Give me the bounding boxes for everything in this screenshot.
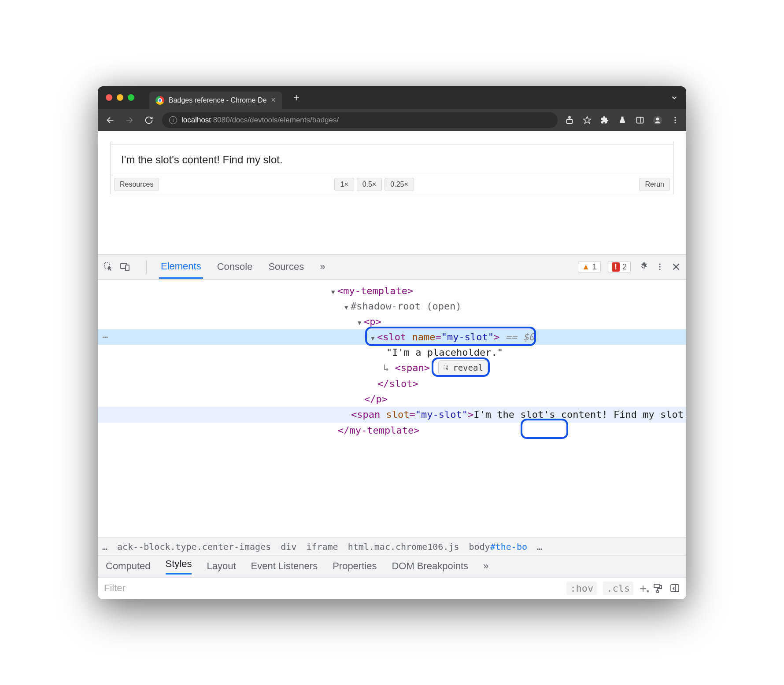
cls-toggle[interactable]: .cls bbox=[603, 582, 633, 595]
browser-tab[interactable]: Badges reference - Chrome De × bbox=[149, 92, 282, 109]
tab-layout[interactable]: Layout bbox=[207, 560, 236, 572]
window-controls bbox=[106, 94, 134, 101]
dom-my-template-open[interactable]: <my-template> bbox=[337, 285, 413, 296]
reload-button[interactable] bbox=[143, 114, 155, 126]
tab-console[interactable]: Console bbox=[215, 256, 255, 278]
styles-tabs-overflow[interactable]: » bbox=[483, 560, 488, 572]
menu-icon[interactable] bbox=[670, 115, 680, 125]
dom-p-close[interactable]: </p> bbox=[364, 394, 388, 405]
share-icon[interactable] bbox=[565, 115, 574, 125]
tab-elements[interactable]: Elements bbox=[159, 255, 203, 279]
url-path: /docs/devtools/elements/badges/ bbox=[230, 116, 339, 124]
svg-point-15 bbox=[659, 266, 660, 267]
bc-item-4[interactable]: html.mac.chrome106.js bbox=[348, 541, 459, 552]
profile-icon[interactable] bbox=[653, 115, 662, 125]
svg-rect-13 bbox=[126, 265, 129, 271]
more-options-icon[interactable] bbox=[655, 262, 664, 271]
panel-icon[interactable] bbox=[635, 115, 645, 125]
labs-icon[interactable] bbox=[618, 115, 627, 125]
maximize-window-button[interactable] bbox=[128, 94, 134, 101]
bc-item-5: body#the-bo bbox=[469, 541, 527, 552]
forward-button[interactable] bbox=[123, 114, 136, 126]
extensions-icon[interactable] bbox=[600, 115, 610, 125]
dom-slot-close[interactable]: </slot> bbox=[377, 378, 418, 389]
svg-point-8 bbox=[674, 117, 676, 118]
page-viewport: I'm the slot's content! Find my slot. Re… bbox=[98, 131, 686, 254]
dom-shadow-root[interactable]: #shadow-root (open) bbox=[351, 301, 462, 312]
toolbar-icons bbox=[565, 115, 680, 125]
tab-sources[interactable]: Sources bbox=[266, 256, 306, 278]
url-port: :8080 bbox=[211, 116, 230, 124]
new-style-rule-button[interactable]: +▪ bbox=[640, 582, 647, 595]
bookmark-icon[interactable] bbox=[582, 115, 592, 125]
highlight-ring-slot-badge bbox=[521, 419, 568, 439]
svg-rect-22 bbox=[657, 591, 658, 593]
svg-marker-3 bbox=[584, 116, 591, 123]
bc-left-overflow[interactable]: … bbox=[102, 541, 107, 552]
inspect-element-icon[interactable] bbox=[103, 261, 114, 272]
separator bbox=[146, 260, 147, 273]
highlight-ring-slot-open bbox=[365, 327, 536, 346]
back-button[interactable] bbox=[104, 114, 116, 126]
url-input[interactable]: i localhost:8080/docs/devtools/elements/… bbox=[162, 112, 558, 128]
svg-rect-23 bbox=[671, 585, 679, 592]
page-content: I'm the slot's content! Find my slot. Re… bbox=[110, 142, 674, 194]
tabs-overflow[interactable]: » bbox=[318, 256, 327, 278]
svg-point-7 bbox=[656, 118, 659, 120]
svg-point-16 bbox=[659, 269, 660, 270]
resources-button[interactable]: Resources bbox=[114, 178, 159, 191]
svg-rect-4 bbox=[637, 117, 643, 123]
close-window-button[interactable] bbox=[106, 94, 112, 101]
new-tab-button[interactable]: + bbox=[293, 92, 300, 104]
page-body-text: I'm the slot's content! Find my slot. bbox=[111, 145, 673, 175]
close-devtools-icon[interactable] bbox=[671, 262, 681, 272]
bc-item-3[interactable]: iframe bbox=[306, 541, 338, 552]
tabs-menu-icon[interactable] bbox=[670, 94, 678, 102]
toggle-sidebar-icon[interactable] bbox=[669, 583, 680, 593]
devtools-tabs: Elements Console Sources » ▲1 !2 bbox=[98, 255, 686, 280]
device-toggle-icon[interactable] bbox=[120, 261, 130, 272]
zoom-025x[interactable]: 0.25× bbox=[385, 178, 414, 191]
tab-event-listeners[interactable]: Event Listeners bbox=[251, 560, 318, 572]
bc-item-1[interactable]: ack--block.type.center-images bbox=[117, 541, 271, 552]
browser-window: Badges reference - Chrome De × + i local… bbox=[98, 86, 686, 599]
bc-right-overflow[interactable]: … bbox=[537, 541, 542, 552]
errors-badge[interactable]: !2 bbox=[608, 261, 631, 273]
tab-dom-breakpoints[interactable]: DOM Breakpoints bbox=[392, 560, 468, 572]
styles-tabs: Computed Styles Layout Event Listeners P… bbox=[98, 556, 686, 577]
tab-styles[interactable]: Styles bbox=[166, 558, 192, 575]
hov-toggle[interactable]: :hov bbox=[566, 582, 597, 595]
page-footer: Resources 1× 0.5× 0.25× Rerun bbox=[111, 175, 673, 194]
address-bar: i localhost:8080/docs/devtools/elements/… bbox=[98, 109, 686, 131]
rerun-button[interactable]: Rerun bbox=[639, 178, 670, 191]
dom-my-template-close[interactable]: </my-template> bbox=[338, 425, 419, 436]
styles-filter-input[interactable]: Filter bbox=[104, 582, 559, 594]
bc-item-2[interactable]: div bbox=[281, 541, 296, 552]
devtools-panel: Elements Console Sources » ▲1 !2 ▼<my-te… bbox=[98, 254, 686, 599]
tab-title: Badges reference - Chrome De bbox=[169, 96, 266, 104]
highlight-ring-reveal bbox=[432, 357, 490, 377]
svg-rect-2 bbox=[566, 119, 572, 123]
svg-point-9 bbox=[674, 119, 676, 121]
zoom-1x[interactable]: 1× bbox=[334, 178, 354, 191]
minimize-window-button[interactable] bbox=[117, 94, 123, 101]
collapsed-ancestors-icon[interactable]: ⋯ bbox=[102, 329, 108, 345]
settings-icon[interactable] bbox=[638, 261, 648, 272]
dom-p-open[interactable]: <p> bbox=[364, 316, 381, 327]
svg-rect-21 bbox=[654, 584, 660, 588]
url-host: localhost bbox=[181, 116, 211, 124]
tab-properties[interactable]: Properties bbox=[333, 560, 377, 572]
close-tab-icon[interactable]: × bbox=[271, 96, 276, 105]
svg-point-10 bbox=[674, 122, 676, 123]
dom-placeholder-text[interactable]: "I'm a placeholder." bbox=[386, 347, 503, 358]
warnings-badge[interactable]: ▲1 bbox=[578, 261, 601, 273]
svg-point-14 bbox=[659, 264, 660, 265]
styles-filter-row: Filter :hov .cls +▪ bbox=[98, 577, 686, 599]
dom-tree[interactable]: ▼<my-template> ▼#shadow-root (open) ▼<p>… bbox=[98, 280, 686, 538]
site-info-icon[interactable]: i bbox=[169, 116, 177, 124]
zoom-05x[interactable]: 0.5× bbox=[357, 178, 382, 191]
dom-breadcrumb[interactable]: … ack--block.type.center-images div ifra… bbox=[98, 538, 686, 556]
tab-computed[interactable]: Computed bbox=[106, 560, 151, 572]
paint-icon[interactable] bbox=[653, 583, 663, 593]
titlebar: Badges reference - Chrome De × + bbox=[98, 86, 686, 109]
